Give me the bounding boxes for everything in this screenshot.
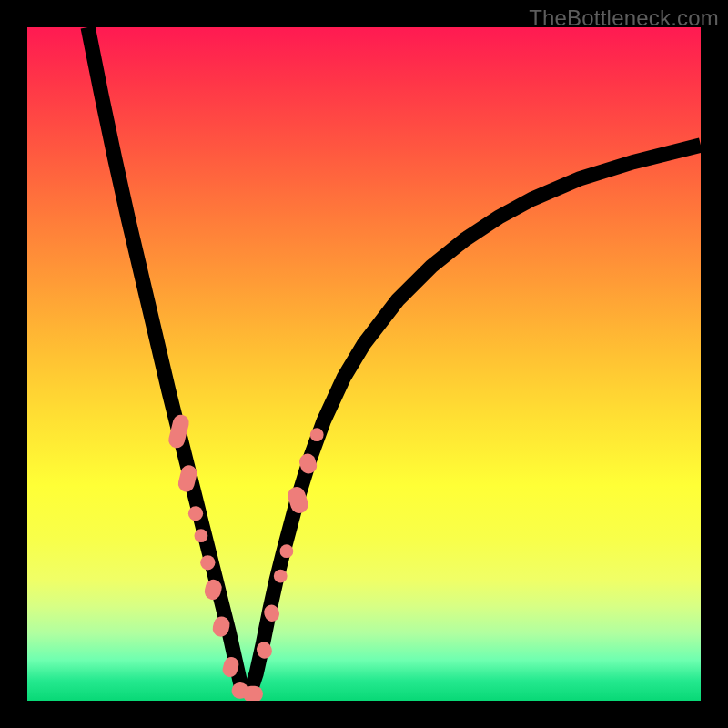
curves-svg [27, 27, 701, 701]
marker-dot [188, 506, 203, 521]
marker-dot [280, 544, 294, 558]
chart-frame: TheBottleneck.com [0, 0, 728, 728]
marker-dot [195, 529, 208, 542]
marker-dot [274, 570, 288, 583]
plot-area [27, 27, 701, 701]
right-branch-line [249, 146, 701, 694]
marker-dot [310, 428, 324, 441]
marker-pill [243, 686, 263, 701]
watermark-text: TheBottleneck.com [529, 5, 719, 31]
marker-dot [200, 555, 215, 570]
